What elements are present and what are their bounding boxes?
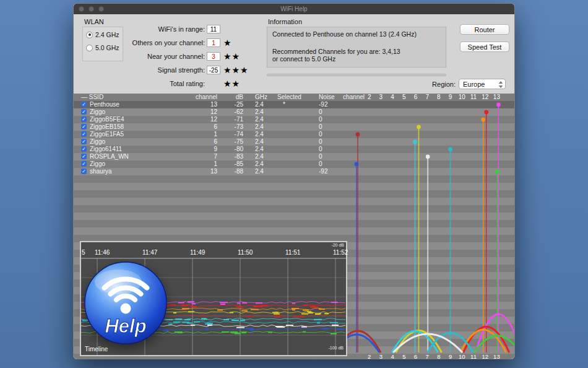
header-ssid[interactable]: — SSID xyxy=(81,94,103,101)
noise-cell: 0 xyxy=(319,108,322,116)
table-row[interactable]: ✓Ziggo614119-802.40 xyxy=(74,146,514,153)
channel-tick-label: 2 xyxy=(364,353,375,359)
timeline-bottom-db-label: -100 dB xyxy=(328,346,344,350)
ssid-cell: ROSPLA_WN xyxy=(90,153,129,160)
form-row-others-on-channel: Others on your channel:★ xyxy=(87,37,232,47)
ssid-cell: ZiggoB5FE4 xyxy=(90,116,124,123)
table-row[interactable]: ✓Penthouse13-252.4*-92 xyxy=(74,101,514,108)
wifis-in-range-label: WiFi's in range: xyxy=(87,24,205,34)
near-channel-label: Near your channel: xyxy=(87,51,205,61)
channel-tick-label: 12 xyxy=(480,94,491,101)
channel-tick-label: 2 xyxy=(364,94,375,101)
ghz-cell: 2.4 xyxy=(255,123,264,131)
time-label: 11:52 xyxy=(333,249,348,256)
channel-tick-label: 6 xyxy=(410,94,422,101)
ghz-cell: 2.4 xyxy=(255,160,264,168)
time-label: 11:50 xyxy=(238,249,253,256)
information-box: Connected to Penthouse on channel 13 (2.… xyxy=(267,27,446,68)
channel-cell: 13 xyxy=(195,101,217,108)
help-logo: Help xyxy=(84,261,168,345)
info-line-connected: Connected to Penthouse on channel 13 (2.… xyxy=(272,30,441,38)
form-row-total-rating: Total rating:★★ xyxy=(87,78,240,88)
header-noise[interactable]: Noise xyxy=(319,94,335,101)
header-ghz[interactable]: GHz xyxy=(255,94,267,101)
table-row[interactable]: ✓ZiggoEB1586-732.40 xyxy=(74,123,514,131)
time-label: 5 xyxy=(82,249,85,256)
channel-tick-label: 3 xyxy=(375,353,386,359)
rating-stars: ★ xyxy=(223,38,232,48)
ssid-cell: ZiggoE1FA5 xyxy=(90,131,124,138)
row-checkbox[interactable]: ✓ xyxy=(81,116,87,122)
minimize-button[interactable] xyxy=(89,6,94,12)
row-checkbox[interactable]: ✓ xyxy=(81,139,87,144)
ghz-cell: 2.4 xyxy=(255,168,264,175)
info-line-recommended: Recommended Channels for you are: 3,4,13 xyxy=(272,48,441,55)
speed-test-button[interactable]: Speed Test xyxy=(460,42,509,52)
table-row[interactable]: ✓Ziggo12-622.40 xyxy=(74,108,514,116)
row-checkbox[interactable]: ✓ xyxy=(81,102,87,107)
table-row[interactable]: ✓ZiggoE1FA51-742.40 xyxy=(74,131,514,138)
noise-cell: 0 xyxy=(319,146,322,153)
row-checkbox[interactable]: ✓ xyxy=(81,169,87,174)
router-button[interactable]: Router xyxy=(460,24,509,35)
close-button[interactable] xyxy=(79,6,84,12)
channel-tick-label: 6 xyxy=(410,353,422,359)
header-channel[interactable]: channel xyxy=(195,94,217,101)
row-checkbox[interactable]: ✓ xyxy=(81,124,87,129)
titlebar[interactable]: WiFi Help xyxy=(74,4,514,14)
header-selected[interactable]: Selected xyxy=(277,94,301,101)
ghz-cell: 2.4 xyxy=(255,101,264,108)
ssid-cell: Ziggo xyxy=(90,160,105,168)
chart-axis-label: channel xyxy=(334,94,365,101)
noise-cell: 0 xyxy=(319,116,322,123)
channel-tick-label: 5 xyxy=(399,353,410,359)
timeline-time-labels: 511:4611:4711:4911:5011:5111:52 xyxy=(81,249,346,256)
timeline-title: Timeline xyxy=(85,346,108,353)
channel-cell: 6 xyxy=(195,123,217,131)
rating-stars: ★★ xyxy=(223,51,240,61)
ghz-cell: 2.4 xyxy=(255,131,264,138)
channel-cell: 6 xyxy=(195,138,217,146)
near-channel-input[interactable] xyxy=(207,52,220,61)
information-label: Information xyxy=(268,18,302,25)
rating-stars: ★★★ xyxy=(223,65,249,75)
zoom-button[interactable] xyxy=(98,6,104,12)
channel-tick-label: 13 xyxy=(491,353,502,359)
header-db[interactable]: dB xyxy=(222,94,243,101)
channel-tick-label: 8 xyxy=(433,353,444,359)
row-checkbox[interactable]: ✓ xyxy=(81,154,87,159)
noise-cell: 0 xyxy=(319,153,322,160)
table-row[interactable]: ✓Ziggo6-752.40 xyxy=(74,138,514,146)
row-checkbox[interactable]: ✓ xyxy=(81,131,87,137)
channel-cell: 13 xyxy=(195,168,217,175)
row-checkbox[interactable]: ✓ xyxy=(81,161,87,167)
wifis-in-range-input[interactable] xyxy=(207,25,220,33)
others-on-channel-label: Others on your channel: xyxy=(87,38,205,48)
table-row[interactable]: ✓ZiggoB5FE412-712.40 xyxy=(74,116,514,123)
channel-tick-label: 10 xyxy=(456,353,467,359)
channel-tick-label: 10 xyxy=(456,94,467,101)
ghz-cell: 2.4 xyxy=(255,153,264,160)
timeline-top-db-label: -20 dB xyxy=(331,243,344,247)
channel-tick-label: 13 xyxy=(491,94,502,101)
table-row[interactable]: ✓shaurya13-882.4-92 xyxy=(74,168,514,175)
db-cell: -75 xyxy=(222,138,243,146)
table-header: — SSID channel dB GHz Selected Noise cha… xyxy=(74,94,514,101)
channel-cell: 12 xyxy=(195,108,217,116)
db-cell: -80 xyxy=(222,146,243,153)
others-on-channel-input[interactable] xyxy=(207,38,220,47)
table-row[interactable]: ✓Ziggo1-852.40 xyxy=(74,160,514,168)
row-checkbox[interactable]: ✓ xyxy=(81,109,87,115)
row-checkbox[interactable]: ✓ xyxy=(81,146,87,152)
channel-cell: 7 xyxy=(195,153,217,160)
signal-strength-input[interactable] xyxy=(207,66,220,74)
table-row[interactable]: ✓ROSPLA_WN7-832.40 xyxy=(74,153,514,160)
info-line-or-connect: or connect to 5.0 GHz xyxy=(272,55,441,63)
channel-tick-label: 5 xyxy=(399,94,410,101)
region-select[interactable]: Europe xyxy=(459,79,506,89)
ghz-cell: 2.4 xyxy=(255,108,264,116)
form-row-near-channel: Near your channel:★★ xyxy=(87,51,240,61)
wifi-dot-icon xyxy=(121,304,131,314)
form-row-signal-strength: Signal strength:★★★ xyxy=(87,64,249,74)
noise-cell: 0 xyxy=(319,160,322,168)
